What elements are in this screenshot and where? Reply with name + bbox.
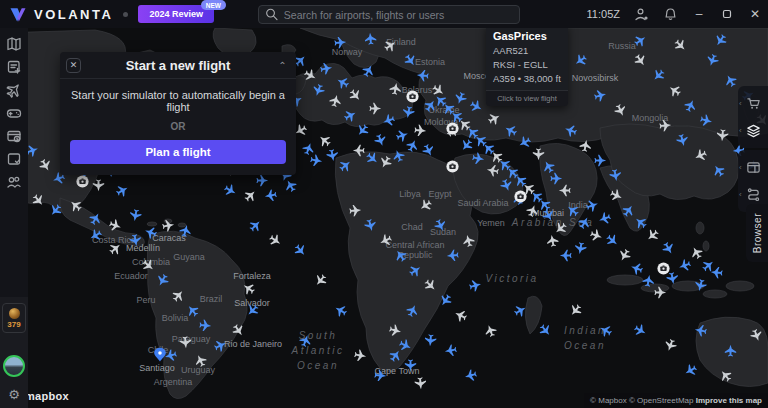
start-flight-card: ✕ Start a new flight ⌃ Start your simula… [60, 52, 296, 175]
notifications-bell-icon[interactable] [663, 7, 678, 22]
tooltip-airline: GasPrices [493, 30, 561, 42]
friends-icon[interactable] [634, 7, 649, 22]
chevron-left-icon: ‹ [739, 99, 742, 108]
volanta-app-window: RussiaMongoliaFinlandNorwayEstoniaBelaru… [0, 0, 768, 408]
search-icon [265, 7, 279, 22]
tooltip-route: RKSI - EGLL [493, 58, 561, 72]
mapbox-wordmark: mapbox [25, 390, 69, 402]
minimize-button[interactable]: – [692, 7, 706, 21]
chevron-left-icon: ‹ [739, 126, 742, 135]
coin-icon [9, 308, 20, 319]
improve-map-link[interactable]: Improve this map [696, 396, 762, 405]
tooltip-callsign: AAR521 [493, 44, 561, 58]
flight-tooltip[interactable]: GasPrices AAR521 RKSI - EGLL A359 • 38,0… [486, 24, 568, 106]
browser-window-icon [746, 160, 761, 175]
volanta-logo-icon [8, 4, 28, 24]
map-layers-button[interactable]: ‹ [738, 117, 768, 144]
camera-marker[interactable] [75, 174, 90, 189]
credits-badge[interactable]: 379 [2, 303, 26, 333]
browser-side-tab[interactable]: Browser [746, 204, 768, 262]
sidebar-item-map[interactable] [0, 32, 28, 55]
camera-marker[interactable] [656, 261, 671, 276]
sidebar-item-flight-plan[interactable] [0, 55, 28, 78]
tooltip-aircraft-altitude: A359 • 38,000 ft [493, 72, 561, 86]
map-attribution[interactable]: © Mapbox © OpenStreetMap Improve this ma… [584, 393, 768, 408]
layers-icon [746, 123, 761, 138]
settings-gear-icon[interactable]: ⚙ [0, 387, 28, 402]
map-tools-panel: ‹ ‹ ‹ [738, 86, 768, 214]
location-pin-marker[interactable] [152, 346, 168, 362]
users-group-icon [6, 174, 22, 190]
chevron-left-icon: ‹ [739, 190, 742, 199]
flight-plan-add-icon [6, 59, 22, 75]
map-icon [6, 36, 22, 52]
credits-count: 379 [7, 320, 20, 329]
store-cart-button[interactable]: ‹ [738, 90, 768, 117]
sidebar-item-aircraft[interactable] [0, 78, 28, 101]
separator-dot [123, 12, 128, 17]
zulu-clock: 11:05Z [587, 8, 620, 20]
cart-icon [746, 96, 761, 111]
sidebar-item-screenshots[interactable] [0, 147, 28, 170]
browser-window-button[interactable]: ‹ [738, 154, 768, 181]
review-2024-button[interactable]: 2024 Review NEW [138, 5, 214, 23]
restore-button[interactable] [720, 7, 734, 21]
user-avatar[interactable] [3, 355, 25, 377]
route-icon [746, 187, 761, 202]
app-name: VOLANTA [34, 7, 113, 22]
chevron-up-icon[interactable]: ⌃ [275, 60, 290, 71]
close-button[interactable]: ✕ [748, 7, 762, 21]
camera-marker[interactable] [405, 89, 420, 104]
logbook-icon [6, 128, 22, 144]
sidebar-bottom-section: 379 ⚙ [0, 297, 28, 408]
plan-flight-button[interactable]: Plan a flight [70, 140, 286, 164]
or-divider: OR [70, 121, 286, 132]
card-title: Start a new flight [81, 58, 275, 73]
chevron-left-icon: ‹ [739, 163, 742, 172]
camera-marker[interactable] [445, 121, 460, 136]
aircraft-icon [6, 82, 22, 98]
app-logo[interactable]: VOLANTA [0, 4, 113, 24]
sidebar-item-logbook[interactable] [0, 124, 28, 147]
attribution-copyright: © Mapbox © OpenStreetMap [590, 396, 693, 405]
sidebar-item-multiplayer[interactable] [0, 101, 28, 124]
camera-marker[interactable] [445, 159, 460, 174]
search-bar[interactable] [258, 5, 520, 24]
game-controller-icon [6, 105, 22, 121]
new-badge: NEW [201, 0, 226, 10]
left-sidebar: 379 ⚙ [0, 28, 28, 408]
card-close-icon[interactable]: ✕ [66, 58, 81, 73]
tooltip-hint: Click to view flight [486, 90, 568, 106]
sidebar-item-community[interactable] [0, 170, 28, 193]
camera-marker[interactable] [513, 189, 528, 204]
card-instruction: Start your simulator to automatically be… [70, 89, 286, 113]
search-input[interactable] [284, 9, 513, 21]
browser-tab-label: Browser [752, 213, 763, 253]
titlebar: VOLANTA 2024 Review NEW 11:05Z – [0, 0, 768, 28]
screenshot-check-icon [6, 151, 22, 167]
